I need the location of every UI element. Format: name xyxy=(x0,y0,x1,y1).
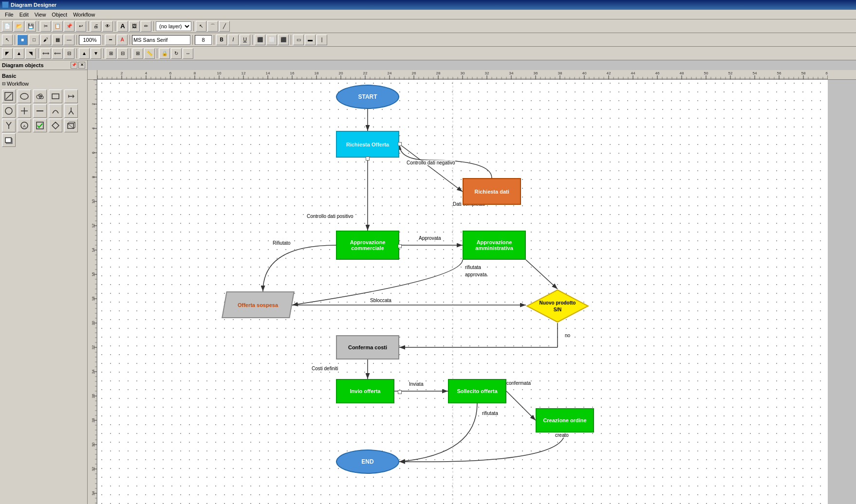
shape-rect-shadow[interactable] xyxy=(2,133,16,147)
shape-circle[interactable] xyxy=(2,104,16,118)
text-frame-btn[interactable]: ▬ xyxy=(305,35,316,45)
app-icon xyxy=(2,1,9,8)
connections-overlay xyxy=(97,70,828,504)
layer-dropdown[interactable]: (no layer) xyxy=(156,21,191,31)
fill-color-btn[interactable]: ■ xyxy=(17,35,28,45)
line-width-btn[interactable]: ━ xyxy=(105,35,116,45)
align-tl-btn[interactable]: ◤ xyxy=(2,48,13,59)
shape-line[interactable] xyxy=(33,104,47,118)
brush-btn[interactable]: 🖌 xyxy=(40,35,51,45)
pointer-btn[interactable]: ↖ xyxy=(2,35,13,45)
shape-arc[interactable] xyxy=(49,104,62,118)
save-btn[interactable]: 💾 xyxy=(25,21,36,32)
send-back-btn[interactable]: ▼ xyxy=(91,48,101,59)
italic-btn[interactable]: I xyxy=(228,35,239,45)
open-btn[interactable]: 📂 xyxy=(14,21,24,32)
svg-text:14: 14 xyxy=(91,248,95,252)
line-style-btn[interactable]: — xyxy=(64,35,74,45)
zoom-input[interactable] xyxy=(79,35,101,45)
shape-fork[interactable] xyxy=(64,104,78,118)
copy-btn[interactable]: 📋 xyxy=(52,21,63,32)
shape-ellipse[interactable] xyxy=(18,90,31,103)
flip-h-btn[interactable]: ↔ xyxy=(183,48,193,59)
shape-pencil[interactable] xyxy=(2,90,16,103)
new-btn[interactable]: 📄 xyxy=(2,21,13,32)
shape-rect[interactable] xyxy=(49,90,62,103)
rotate-btn[interactable]: ↻ xyxy=(171,48,182,59)
shape-branch[interactable] xyxy=(2,119,16,132)
menu-file[interactable]: File xyxy=(2,11,17,18)
node-richiesta-dati[interactable]: Richiesta dati xyxy=(463,178,521,205)
node-approv-amm[interactable]: Approvazione amministrativa xyxy=(463,231,526,260)
text-v-btn[interactable]: | xyxy=(316,35,327,45)
svg-text:40: 40 xyxy=(582,71,587,75)
cut-btn[interactable]: ✂ xyxy=(40,21,51,32)
grid-btn[interactable]: ⊞ xyxy=(132,48,143,59)
align-center-btn[interactable]: ⬜ xyxy=(266,35,277,45)
line-tool[interactable]: ╱ xyxy=(219,21,230,32)
panel-pin-btn[interactable]: 📌 xyxy=(71,62,77,69)
align-right-btn[interactable]: ⬛ xyxy=(278,35,289,45)
bold-btn[interactable]: B xyxy=(216,35,227,45)
menu-workflow[interactable]: Workflow xyxy=(70,11,98,18)
menu-object[interactable]: Object xyxy=(49,11,70,18)
node-approv-comm[interactable]: Approvazione commerciale xyxy=(336,231,399,260)
svg-text:30: 30 xyxy=(461,71,465,75)
group-btn[interactable]: ⊞ xyxy=(106,48,116,59)
same-w-btn[interactable]: ⊟ xyxy=(64,48,74,59)
font-size-input[interactable] xyxy=(195,35,212,45)
preview-btn[interactable]: 👁 xyxy=(102,21,113,32)
sep16 xyxy=(103,49,104,58)
node-conferma-costi[interactable]: Conferma costi xyxy=(336,335,399,360)
node-offerta-sospesa[interactable]: Offerta sospesa xyxy=(222,291,295,318)
dist-v-btn[interactable]: ⟸ xyxy=(52,48,63,59)
underline-btn[interactable]: U xyxy=(240,35,250,45)
connector-tool[interactable]: ⌒ xyxy=(207,21,218,32)
node-sollecito[interactable]: Sollecito offerta xyxy=(448,379,506,403)
svg-text:8: 8 xyxy=(91,176,95,178)
workflow-category[interactable]: ⊟ Workflow xyxy=(2,80,85,88)
shape-cross[interactable] xyxy=(18,104,31,118)
node-creazione-ordine[interactable]: Creazione ordine xyxy=(536,408,594,432)
print-btn[interactable]: 🖨 xyxy=(91,21,101,32)
shape-connector[interactable] xyxy=(64,90,78,103)
svg-text:28: 28 xyxy=(436,71,441,75)
diagram-canvas[interactable]: Controllo dati negativo Dati completati … xyxy=(97,70,828,504)
shape-cloud[interactable] xyxy=(33,90,47,103)
font-color-btn[interactable]: A xyxy=(117,35,128,45)
menu-view[interactable]: View xyxy=(32,11,49,18)
font-family-input[interactable] xyxy=(132,35,190,45)
text-btn[interactable]: A xyxy=(117,21,128,32)
shape-checkbox[interactable] xyxy=(33,119,47,132)
panel-close-btn[interactable]: ✕ xyxy=(78,62,85,69)
img-btn[interactable]: 🖼 xyxy=(129,21,140,32)
ungroup-btn[interactable]: ⊟ xyxy=(117,48,128,59)
text-box-btn[interactable]: ▭ xyxy=(293,35,304,45)
draw-btn[interactable]: ✏ xyxy=(141,21,151,32)
bring-front-btn[interactable]: ▲ xyxy=(79,48,90,59)
align-t-btn[interactable]: ▲ xyxy=(14,48,24,59)
paste-btn[interactable]: 📌 xyxy=(64,21,74,32)
dist-h-btn[interactable]: ⟺ xyxy=(40,48,51,59)
node-richiesta-offerta[interactable]: Richiesta Offerta xyxy=(336,131,399,158)
shape-diamond-small[interactable] xyxy=(49,119,62,132)
align-left-btn[interactable]: ⬛ xyxy=(255,35,265,45)
menu-edit[interactable]: Edit xyxy=(17,11,32,18)
select-tool[interactable]: ↖ xyxy=(196,21,206,32)
shape-text-circle[interactable]: A xyxy=(18,119,31,132)
undo-btn[interactable]: ↩ xyxy=(75,21,86,32)
lock-btn[interactable]: 🔒 xyxy=(159,48,170,59)
shape-rect-3d[interactable] xyxy=(64,119,78,132)
align-tr-btn[interactable]: ◥ xyxy=(25,48,36,59)
node-end[interactable]: END xyxy=(336,450,399,474)
diagram-objects-panel: Diagram objects 📌 ✕ Basic ⊟ Workflow xyxy=(0,60,88,504)
line-color-btn[interactable]: □ xyxy=(29,35,39,45)
node-invio-offerta[interactable]: Invio offerta xyxy=(336,379,394,403)
ruler-btn[interactable]: 📏 xyxy=(144,48,155,59)
svg-line-12 xyxy=(69,111,71,114)
svg-line-327 xyxy=(526,260,558,289)
pattern-btn[interactable]: ▦ xyxy=(52,35,63,45)
canvas-wrapper[interactable]: 2468101214161820222426283032343638404244… xyxy=(88,60,856,504)
node-nuovo-prod[interactable]: Nuovo prodotto S/N xyxy=(526,289,589,323)
node-start[interactable]: START xyxy=(336,85,399,109)
